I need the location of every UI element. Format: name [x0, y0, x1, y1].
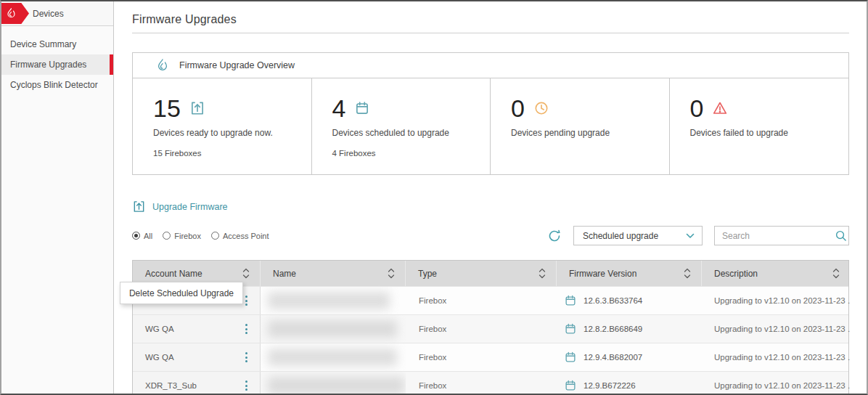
status-filter-value: Scheduled upgrade — [583, 231, 658, 241]
redacted-device-name — [268, 292, 390, 309]
upgrade-icon — [189, 100, 205, 116]
column-header-name[interactable]: Name — [261, 261, 406, 286]
chevron-down-icon — [686, 233, 695, 239]
calendar-icon — [564, 294, 577, 307]
column-header-type[interactable]: Type — [406, 261, 557, 286]
firmware-version: 12.8.2.B668649 — [584, 325, 642, 333]
upgrade-firmware-button[interactable]: Upgrade Firmware — [132, 200, 228, 213]
radio-all[interactable]: All — [132, 232, 152, 240]
search-input[interactable] — [722, 231, 835, 241]
card-scheduled-to-upgrade: 4 Devices scheduled to upgrade 4 Firebox… — [312, 78, 491, 174]
sidebar-item-label: Firmware Upgrades — [10, 60, 86, 70]
upgrade-description: Upgrading to v12.10 on 2023-11-23 ... — [702, 343, 850, 371]
search-icon[interactable] — [835, 229, 847, 242]
warning-icon — [712, 100, 728, 116]
overview-cards: 15 Devices ready to upgrade now. 15 Fire… — [133, 78, 848, 174]
table-row[interactable]: WG QA Firebox 12.9.4.B682007 Upgrading t… — [133, 343, 848, 371]
card-failed-to-upgrade: 0 Devices failed to upgrade — [670, 78, 849, 174]
device-type: Firebox — [406, 343, 557, 371]
column-label: Firmware Version — [569, 269, 636, 279]
pending-count: 0 — [511, 96, 525, 122]
device-type: Firebox — [406, 287, 557, 314]
redacted-device-name — [268, 349, 397, 366]
scheduled-count: 4 — [332, 96, 346, 122]
column-label: Account Name — [145, 269, 202, 279]
calendar-icon — [564, 322, 577, 335]
account-name: XDR_T3_Sub — [145, 381, 197, 390]
sidebar-item-firmware-upgrades[interactable]: Firmware Upgrades — [1, 54, 113, 75]
table-row[interactable]: XDR_T3_Sub Firebox 12.9.B672226 Upgradin… — [133, 371, 848, 395]
card-label: Devices ready to upgrade now. — [153, 128, 311, 138]
firmware-overview-panel: Firmware Upgrade Overview 15 Devices rea… — [132, 52, 849, 175]
sort-icon — [832, 268, 840, 279]
clock-icon — [533, 100, 549, 116]
account-name: WG QA — [145, 353, 174, 362]
redacted-device-name — [268, 320, 397, 338]
radio-circle — [211, 232, 219, 240]
app-window: Devices Device Summary Firmware Upgrades… — [0, 0, 868, 395]
column-label: Type — [418, 269, 437, 279]
upgrade-description: Upgrading to v12.10 on 2023-11-23 ... — [702, 315, 850, 343]
refresh-icon[interactable] — [546, 228, 562, 244]
calendar-icon — [564, 379, 577, 392]
watchguard-flame-icon — [6, 7, 17, 20]
upgrade-firmware-label: Upgrade Firmware — [152, 202, 228, 212]
search-box — [714, 226, 849, 245]
sidebar-title: Devices — [33, 1, 64, 25]
sidebar-item-label: Device Summary — [10, 39, 76, 49]
sidebar-header: Devices — [1, 1, 113, 26]
device-type-radios: All Firebox Access Point — [132, 232, 269, 240]
card-label: Devices scheduled to upgrade — [332, 128, 491, 138]
radio-access-point[interactable]: Access Point — [211, 232, 269, 240]
upgrade-description: Upgrading to v12.10 on 2023-11-23 ... — [702, 372, 850, 395]
ready-count: 15 — [153, 96, 181, 122]
firmware-version: 12.9.4.B682007 — [584, 353, 642, 362]
sidebar-nav: Device Summary Firmware Upgrades Cyclops… — [1, 26, 113, 95]
account-name: WG QA — [145, 325, 174, 333]
upgrade-description: Upgrading to v12.10 on 2023-11-23 ... — [702, 287, 850, 314]
sort-icon — [539, 268, 546, 279]
sidebar-item-device-summary[interactable]: Device Summary — [1, 34, 113, 54]
flame-icon — [156, 58, 169, 73]
sidebar-item-label: Cyclops Blink Detector — [10, 80, 98, 90]
row-actions-menu-icon[interactable] — [242, 349, 251, 365]
radio-label: Access Point — [223, 232, 269, 240]
row-actions-menu-icon[interactable] — [242, 378, 251, 394]
firmware-version: 12.6.3.B633764 — [584, 296, 642, 305]
radio-circle — [163, 232, 171, 240]
card-sub: 15 Fireboxes — [153, 149, 311, 158]
card-ready-to-upgrade: 15 Devices ready to upgrade now. 15 Fire… — [133, 78, 312, 174]
card-sub: 4 Fireboxes — [332, 149, 491, 158]
page-title: Firmware Upgrades — [132, 13, 849, 26]
failed-count: 0 — [690, 96, 704, 122]
firmware-version: 12.9.B672226 — [584, 381, 636, 390]
row-actions-menu-icon[interactable] — [242, 321, 251, 337]
device-type: Firebox — [406, 372, 557, 395]
card-label: Devices pending upgrade — [511, 128, 669, 138]
device-type: Firebox — [406, 315, 557, 343]
sidebar-item-cyclops-blink-detector[interactable]: Cyclops Blink Detector — [1, 75, 113, 95]
upload-icon — [132, 200, 146, 213]
card-label: Devices failed to upgrade — [690, 128, 849, 138]
row-context-menu: Delete Scheduled Upgrade — [120, 282, 243, 304]
radio-label: All — [144, 232, 152, 240]
calendar-icon — [564, 351, 577, 364]
overview-panel-title: Firmware Upgrade Overview — [179, 60, 295, 70]
radio-firebox[interactable]: Firebox — [163, 232, 201, 240]
column-header-firmware-version[interactable]: Firmware Version — [557, 261, 702, 286]
table-row[interactable]: WG QA Firebox 12.8.2.B668649 Upgrading t… — [133, 314, 848, 343]
delete-scheduled-upgrade-menu-item[interactable]: Delete Scheduled Upgrade — [120, 282, 242, 304]
status-filter-select[interactable]: Scheduled upgrade — [573, 226, 703, 245]
redacted-device-name — [268, 377, 404, 394]
main-content: Firmware Upgrades Firmware Upgrade Overv… — [115, 1, 867, 394]
sort-icon — [242, 268, 250, 279]
column-label: Description — [714, 269, 758, 279]
devices-banner — [1, 3, 29, 24]
filter-row: All Firebox Access Point — [132, 226, 849, 245]
column-header-description[interactable]: Description — [702, 261, 850, 286]
sort-icon — [684, 268, 691, 279]
column-label: Name — [273, 269, 296, 279]
firmware-table: Account Name Name Type Firmware Version … — [132, 260, 849, 395]
sort-icon — [388, 268, 395, 279]
radio-circle — [132, 232, 140, 240]
